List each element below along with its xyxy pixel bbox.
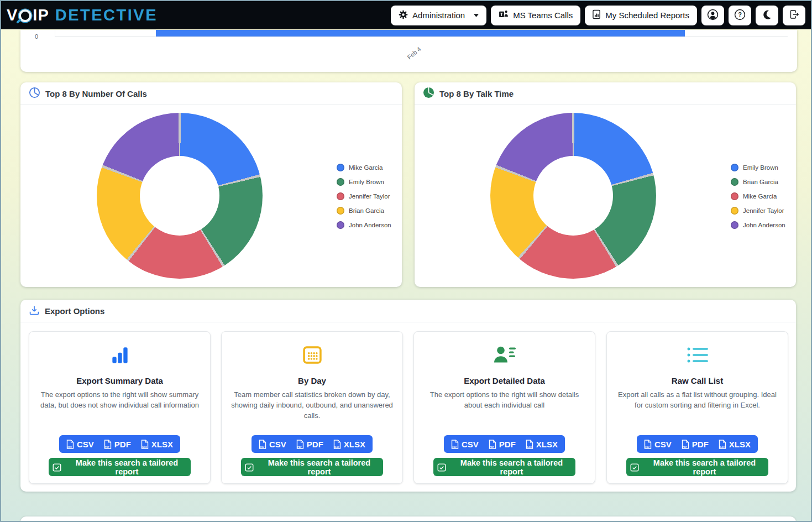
logout-button[interactable] [783, 6, 805, 25]
help-button[interactable]: ? [729, 6, 751, 25]
account-icon [707, 9, 719, 22]
svg-text:PDF: PDF [490, 446, 495, 448]
legend-item[interactable]: Emily Brown [731, 160, 785, 175]
csv-button[interactable]: CSV CSV [259, 440, 286, 449]
download-icon [29, 305, 40, 317]
export-detailed-title: Export Detailed Data [420, 376, 589, 385]
legend-swatch [337, 192, 344, 200]
legend-item[interactable]: Mike Garcia [337, 160, 391, 175]
ms-teams-calls-button[interactable]: MS Teams Calls [491, 6, 580, 25]
xlsx-button[interactable]: XLSX XLSX [526, 440, 558, 449]
csv-button[interactable]: CSV CSV [644, 440, 672, 449]
legend-swatch [337, 221, 344, 229]
next-section-card [20, 516, 796, 522]
by-day-card: By Day Team member call statistics broke… [221, 331, 403, 484]
legend-item[interactable]: Jennifer Taylor [337, 189, 391, 203]
svg-text:XLSX: XLSX [719, 446, 725, 448]
export-summary-title: Export Summary Data [35, 376, 205, 385]
brand-suffix: IP [33, 6, 49, 24]
pie-chart-filled-icon [423, 87, 434, 100]
csv-label: CSV [269, 440, 286, 449]
legend-swatch [731, 178, 738, 186]
by-day-title: By Day [227, 376, 397, 385]
top8-talktime-panel: Top 8 By Talk Time Emily Brown Brian Gar… [415, 82, 796, 287]
xlsx-label: XLSX [729, 440, 751, 449]
chevron-down-icon [474, 14, 479, 17]
legend-item[interactable]: Jennifer Taylor [731, 203, 785, 218]
daily-bar[interactable] [156, 30, 685, 36]
top8-calls-header: Top 8 By Number Of Calls [20, 82, 402, 105]
svg-text:?: ? [738, 11, 742, 18]
app-viewport: V IP DETECTIVE Administration MS Teams C… [0, 0, 812, 522]
legend-swatch [731, 207, 738, 215]
svg-text:PDF: PDF [297, 446, 302, 448]
administration-dropdown-button[interactable]: Administration [391, 6, 486, 25]
xlsx-button[interactable]: XLSX XLSX [141, 440, 173, 449]
legend-item[interactable]: Mike Garcia [731, 189, 785, 203]
logout-icon [789, 9, 799, 21]
calendar-check-icon [244, 462, 254, 472]
legend-swatch [337, 164, 344, 171]
report-document-icon [593, 9, 601, 21]
legend-swatch [731, 164, 738, 171]
xlsx-button[interactable]: XLSX XLSX [333, 440, 365, 449]
legend-label: Emily Brown [743, 164, 778, 171]
tailored-report-button[interactable]: Make this search a tailored report [626, 458, 768, 476]
tailored-report-label: Make this search a tailored report [644, 458, 765, 476]
pdf-button[interactable]: PDF PDF [682, 440, 709, 449]
x-axis-line [55, 36, 788, 37]
calls-donut-chart[interactable] [97, 113, 263, 279]
pdf-button[interactable]: PDF PDF [489, 440, 516, 449]
tailored-report-button[interactable]: Make this search a tailored report [241, 458, 383, 476]
by-day-description: Team member call statistics broken down … [229, 389, 395, 421]
legend-label: John Anderson [743, 222, 785, 228]
my-scheduled-reports-button[interactable]: My Scheduled Reports [585, 6, 697, 25]
pdf-button[interactable]: PDF PDF [296, 440, 323, 449]
top8-calls-title: Top 8 By Number Of Calls [45, 89, 147, 98]
pdf-label: PDF [114, 440, 131, 449]
top8-calls-panel: Top 8 By Number Of Calls Mike Garcia Emi… [20, 82, 402, 287]
legend-label: Brian Garcia [349, 207, 384, 214]
dark-mode-button[interactable] [756, 6, 778, 25]
ms-teams-calls-label: MS Teams Calls [513, 11, 573, 20]
csv-button[interactable]: CSV CSV [66, 440, 94, 449]
export-summary-card: Export Summary Data The export options t… [29, 331, 211, 484]
csv-label: CSV [77, 440, 94, 449]
legend-item[interactable]: Brian Garcia [337, 203, 391, 218]
csv-button[interactable]: CSV CSV [451, 440, 479, 449]
nav-buttons: Administration MS Teams Calls My Schedul… [391, 6, 805, 25]
pdf-button[interactable]: PDF PDF [104, 440, 131, 449]
export-options-title: Export Options [45, 306, 104, 316]
svg-text:PDF: PDF [683, 446, 688, 448]
legend-label: John Anderson [349, 222, 391, 228]
administration-label: Administration [412, 11, 465, 20]
svg-text:CSV: CSV [260, 446, 265, 448]
format-button-group: CSV CSV PDF PDF XLSX XLSX [59, 435, 180, 453]
csv-label: CSV [462, 440, 479, 449]
magnifier-icon [19, 9, 32, 22]
help-icon: ? [734, 9, 746, 22]
calls-legend: Mike Garcia Emily Brown Jennifer Taylor … [337, 160, 391, 232]
tailored-report-button[interactable]: Make this search a tailored report [433, 458, 575, 476]
tailored-report-button[interactable]: Make this search a tailored report [49, 458, 191, 476]
format-button-group: CSV CSV PDF PDF XLSX XLSX [444, 435, 565, 453]
xlsx-button[interactable]: XLSX XLSX [719, 440, 751, 449]
legend-swatch [731, 192, 738, 200]
talktime-donut-chart[interactable] [490, 113, 656, 279]
bar-chart-icon [29, 343, 210, 367]
legend-swatch [337, 207, 344, 215]
legend-item[interactable]: John Anderson [337, 218, 391, 232]
ms-teams-icon [499, 9, 509, 21]
export-summary-description: The export options to the right will sho… [37, 389, 202, 410]
legend-item[interactable]: John Anderson [731, 218, 785, 232]
raw-call-list-card: Raw Call List Export all calls as a flat… [606, 331, 788, 484]
legend-item[interactable]: Brian Garcia [731, 175, 785, 189]
account-button[interactable] [701, 6, 724, 25]
legend-item[interactable]: Emily Brown [337, 175, 391, 189]
donut-hole [533, 156, 613, 236]
daily-calls-chart-card: 0 Feb 4 [20, 30, 797, 72]
brand-secondary: DETECTIVE [55, 6, 158, 24]
top8-talktime-title: Top 8 By Talk Time [439, 89, 514, 98]
format-button-group: CSV CSV PDF PDF XLSX XLSX [637, 435, 758, 453]
svg-text:CSV: CSV [67, 446, 72, 448]
